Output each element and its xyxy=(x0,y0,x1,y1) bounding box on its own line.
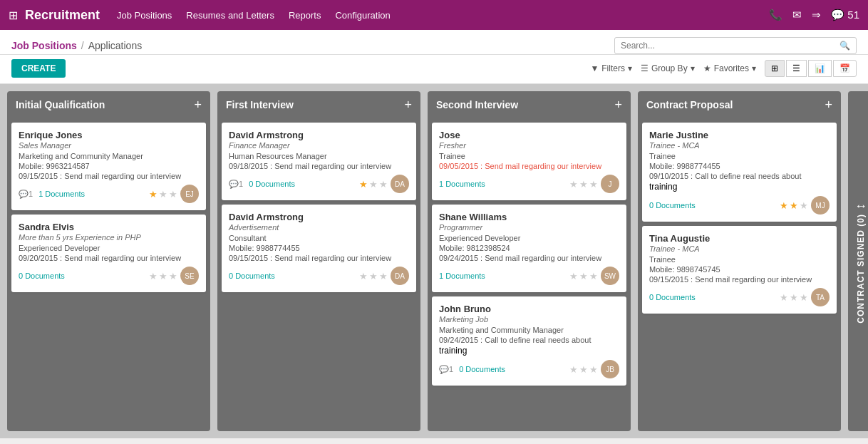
card-documents[interactable]: 0 Documents xyxy=(249,180,295,188)
list-view-button[interactable]: ☰ xyxy=(786,60,807,77)
star-rating[interactable]: ★★★ xyxy=(569,271,598,282)
breadcrumb-parent[interactable]: Job Positions xyxy=(11,40,77,51)
filters-dropdown[interactable]: ▼ Filters ▾ xyxy=(590,63,632,73)
card-extra: training xyxy=(439,346,467,356)
star-empty: ★ xyxy=(579,179,588,190)
card-detail: Trainee xyxy=(649,152,830,160)
message-count: 💬1 xyxy=(19,190,33,199)
star-empty: ★ xyxy=(780,292,788,303)
calendar-view-button[interactable]: 📅 xyxy=(833,60,857,77)
login-icon[interactable]: ⇒ xyxy=(812,9,821,21)
card-applicant-name: David Armstrong xyxy=(229,130,409,140)
card-left-footer: 1 Documents xyxy=(439,272,485,280)
contract-signed-column[interactable]: ↔ CONTRACT SIGNED (0) xyxy=(848,91,868,431)
breadcrumb-separator: / xyxy=(81,40,84,51)
card-date: 09/15/2015 : Send mail regarding our int… xyxy=(229,254,409,262)
star-filled: ★ xyxy=(790,200,798,211)
card-job-title: Programmer xyxy=(439,223,619,232)
column-header: First Interview + xyxy=(217,91,420,118)
nav-reports[interactable]: Reports xyxy=(289,10,321,21)
card-date: 09/20/2015 : Send mail regarding our int… xyxy=(19,254,199,262)
chart-view-button[interactable]: 📊 xyxy=(808,60,832,77)
column-title: First Interview xyxy=(226,99,294,110)
kanban-view-button[interactable]: ⊞ xyxy=(765,60,785,77)
card-detail: Marketing and Community Manager xyxy=(19,152,199,160)
card-job-title: Advertisement xyxy=(229,223,409,232)
star-empty: ★ xyxy=(369,271,378,282)
add-card-button[interactable]: + xyxy=(614,98,622,111)
card-footer: 0 Documents ★★★ TA xyxy=(649,288,830,306)
add-card-button[interactable]: + xyxy=(825,98,832,111)
star-empty: ★ xyxy=(589,271,598,282)
chat-badge[interactable]: 💬 51 xyxy=(831,9,859,21)
add-card-button[interactable]: + xyxy=(194,98,202,111)
star-rating[interactable]: ★★★ xyxy=(149,271,177,282)
kanban-card: David Armstrong Advertisement Consultant… xyxy=(222,205,416,292)
card-footer: 💬1 0 Documents ★★★ DA xyxy=(229,175,409,193)
card-detail: Marketing and Community Manager xyxy=(439,326,619,334)
groupby-icon: ☰ xyxy=(641,63,649,73)
add-card-button[interactable]: + xyxy=(404,98,412,111)
card-documents[interactable]: 1 Documents xyxy=(38,190,85,198)
star-empty: ★ xyxy=(579,271,588,282)
card-documents[interactable]: 0 Documents xyxy=(19,272,65,280)
search-input[interactable] xyxy=(621,41,839,51)
card-detail: Trainee xyxy=(439,152,619,160)
star-rating[interactable]: ★★★ xyxy=(359,179,388,190)
card-applicant-name: Tina Augustie xyxy=(649,233,830,244)
kanban-column-contract_proposal: Contract Proposal + Marie Justine Traine… xyxy=(638,91,841,431)
card-detail: Consultant xyxy=(229,234,409,242)
sub-header: Job Positions / Applications 🔍 xyxy=(0,30,868,55)
nav-configuration[interactable]: Configuration xyxy=(335,10,390,21)
card-left-footer: 💬1 0 Documents xyxy=(439,365,505,374)
email-icon[interactable]: ✉ xyxy=(792,9,802,21)
nav-job-positions[interactable]: Job Positions xyxy=(117,10,172,21)
brand-title: Recruitment xyxy=(25,8,100,23)
card-left-footer: 💬1 1 Documents xyxy=(19,190,85,199)
star-rating[interactable]: ★★★ xyxy=(569,364,598,375)
card-applicant-name: David Armstrong xyxy=(229,212,409,222)
star-rating[interactable]: ★★★ xyxy=(780,292,808,303)
star-rating[interactable]: ★★★ xyxy=(780,200,808,211)
card-mobile: Mobile: 9812398524 xyxy=(439,244,619,252)
card-documents[interactable]: 0 Documents xyxy=(649,201,696,210)
card-documents[interactable]: 0 Documents xyxy=(459,365,505,373)
phone-icon[interactable]: 📞 xyxy=(769,9,782,21)
column-body: David Armstrong Finance Manager Human Re… xyxy=(217,118,420,296)
message-count: 💬1 xyxy=(439,365,453,374)
contract-signed-label: CONTRACT SIGNED (0) xyxy=(856,214,866,324)
nav-right-icons: 📞 ✉ ⇒ 💬 51 xyxy=(769,9,859,21)
star-empty: ★ xyxy=(569,364,578,375)
card-applicant-name: Enrique Jones xyxy=(19,130,199,140)
star-rating[interactable]: ★★★ xyxy=(149,189,177,200)
breadcrumb: Job Positions / Applications xyxy=(11,40,142,51)
create-button[interactable]: CREATE xyxy=(11,59,66,78)
card-documents[interactable]: 0 Documents xyxy=(229,272,275,280)
card-documents[interactable]: 1 Documents xyxy=(439,180,485,188)
kanban-card: Enrique Jones Sales Manager Marketing an… xyxy=(11,123,206,210)
star-empty: ★ xyxy=(159,189,167,200)
card-documents[interactable]: 1 Documents xyxy=(439,272,485,280)
grid-icon[interactable]: ⊞ xyxy=(9,9,18,22)
nav-resumes[interactable]: Resumes and Letters xyxy=(186,10,274,21)
column-body: Marie Justine Trainee - MCA Trainee Mobi… xyxy=(638,118,841,318)
card-documents[interactable]: 0 Documents xyxy=(649,293,696,301)
card-detail: Human Resources Manager xyxy=(229,152,409,160)
card-applicant-name: Marie Justine xyxy=(649,130,830,140)
column-header: Initial Qualification + xyxy=(7,91,210,118)
card-left-footer: 0 Documents xyxy=(19,272,65,280)
star-rating[interactable]: ★★★ xyxy=(569,179,598,190)
top-navigation: ⊞ Recruitment Job Positions Resumes and … xyxy=(0,0,868,30)
search-bar[interactable]: 🔍 xyxy=(614,37,857,54)
star-rating[interactable]: ★★★ xyxy=(359,271,388,282)
avatar: TA xyxy=(811,288,830,306)
card-date: 09/15/2015 : Send mail regarding our int… xyxy=(649,275,830,284)
kanban-column-first_interview: First Interview + David Armstrong Financ… xyxy=(217,91,420,431)
card-footer: 💬1 1 Documents ★★★ EJ xyxy=(19,185,199,203)
column-title: Initial Qualification xyxy=(16,99,105,110)
groupby-dropdown[interactable]: ☰ Group By ▾ xyxy=(641,63,695,73)
avatar: MJ xyxy=(811,196,830,215)
kanban-card: Sandra Elvis More than 5 yrs Experience … xyxy=(11,215,206,292)
card-date: 09/10/2015 : Call to define real needs a… xyxy=(649,172,830,180)
favorites-dropdown[interactable]: ★ Favorites ▾ xyxy=(703,63,756,73)
